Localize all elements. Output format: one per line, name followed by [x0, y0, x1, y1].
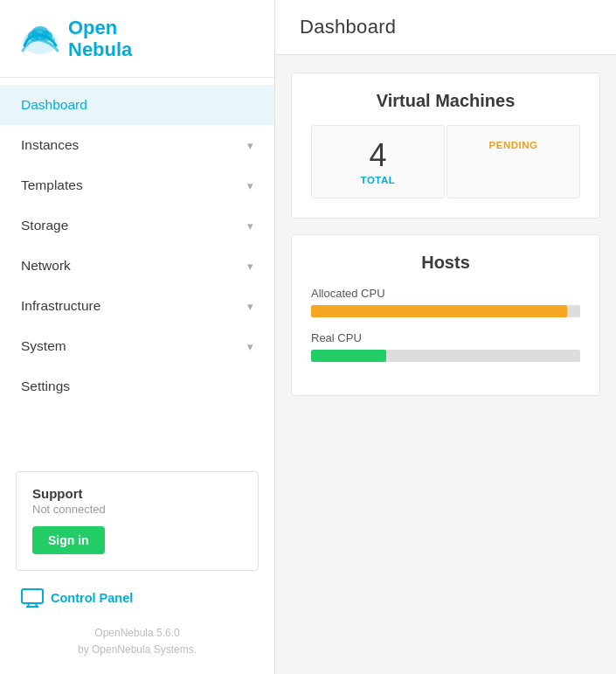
real-cpu-fill — [311, 350, 386, 362]
sidebar-item-label-network: Network — [21, 258, 71, 274]
sidebar-item-label-storage: Storage — [21, 218, 68, 233]
chevron-down-icon: ▾ — [247, 300, 253, 313]
allocated-cpu-label: Allocated CPU — [311, 287, 580, 300]
sidebar-item-label-infrastructure: Infrastructure — [21, 298, 100, 314]
vm-pending-label: PENDING — [456, 140, 571, 150]
real-cpu-track — [311, 350, 580, 362]
svg-point-3 — [40, 31, 52, 41]
svg-point-2 — [28, 31, 40, 41]
real-cpu-label: Real CPU — [311, 331, 580, 344]
logo-area: Open Nebula — [0, 0, 274, 78]
hosts-metrics: Allocated CPU Real CPU — [311, 287, 580, 362]
sign-in-button[interactable]: Sign in — [32, 526, 105, 554]
main-content: Dashboard Virtual Machines 4 TOTAL PENDI… — [275, 0, 616, 674]
virtual-machines-card: Virtual Machines 4 TOTAL PENDING — [291, 73, 600, 219]
vm-stat-pending: PENDING — [446, 125, 580, 198]
vm-total-label: TOTAL — [321, 175, 435, 185]
main-navigation: DashboardInstances▾Templates▾Storage▾Net… — [0, 78, 274, 462]
logo-text: Open Nebula — [68, 17, 132, 61]
control-panel-link[interactable]: Control Panel — [0, 580, 274, 613]
sidebar-item-system[interactable]: System▾ — [0, 326, 274, 366]
vm-total-number: 4 — [321, 138, 435, 173]
version-line2: by OpenNebula Systems. — [9, 642, 266, 658]
chevron-down-icon: ▾ — [247, 219, 253, 233]
sidebar-item-settings[interactable]: Settings — [0, 366, 274, 406]
sidebar-item-label-system: System — [21, 338, 66, 354]
vm-stats-row: 4 TOTAL PENDING — [311, 125, 580, 198]
support-title: Support — [32, 486, 242, 501]
page-title: Dashboard — [275, 0, 616, 55]
chevron-down-icon: ▾ — [247, 179, 253, 192]
monitor-icon — [21, 588, 44, 608]
sidebar-item-network[interactable]: Network▾ — [0, 246, 274, 286]
chevron-down-icon: ▾ — [247, 139, 253, 152]
svg-rect-4 — [22, 589, 43, 603]
hosts-card-title: Hosts — [311, 253, 580, 273]
support-box: Support Not connected Sign in — [16, 471, 259, 571]
vm-stat-total: 4 TOTAL — [311, 125, 445, 198]
sidebar-item-templates[interactable]: Templates▾ — [0, 165, 274, 205]
chevron-down-icon: ▾ — [247, 260, 253, 273]
sidebar-item-label-templates: Templates — [21, 177, 83, 193]
chevron-down-icon: ▾ — [247, 340, 253, 353]
control-panel-label: Control Panel — [51, 591, 133, 605]
version-line1: OpenNebula 5.6.0 — [9, 625, 266, 642]
dashboard-cards: Virtual Machines 4 TOTAL PENDING Hosts A… — [275, 55, 616, 413]
hosts-card: Hosts Allocated CPU Real CPU — [291, 234, 600, 396]
allocated-cpu-track — [311, 305, 580, 317]
sidebar-item-storage[interactable]: Storage▾ — [0, 205, 274, 246]
vm-card-title: Virtual Machines — [311, 91, 580, 111]
allocated-cpu-fill — [311, 305, 567, 317]
opennebula-logo-icon — [17, 16, 63, 61]
sidebar-item-dashboard[interactable]: Dashboard — [0, 85, 274, 125]
sidebar: Open Nebula DashboardInstances▾Templates… — [0, 0, 275, 674]
sidebar-item-label-settings: Settings — [21, 379, 70, 394]
sidebar-item-instances[interactable]: Instances▾ — [0, 125, 274, 165]
sidebar-item-label-dashboard: Dashboard — [21, 97, 87, 113]
version-info: OpenNebula 5.6.0 by OpenNebula Systems. — [0, 613, 274, 674]
sidebar-item-infrastructure[interactable]: Infrastructure▾ — [0, 286, 274, 326]
support-status: Not connected — [32, 503, 242, 516]
sidebar-item-label-instances: Instances — [21, 137, 79, 153]
